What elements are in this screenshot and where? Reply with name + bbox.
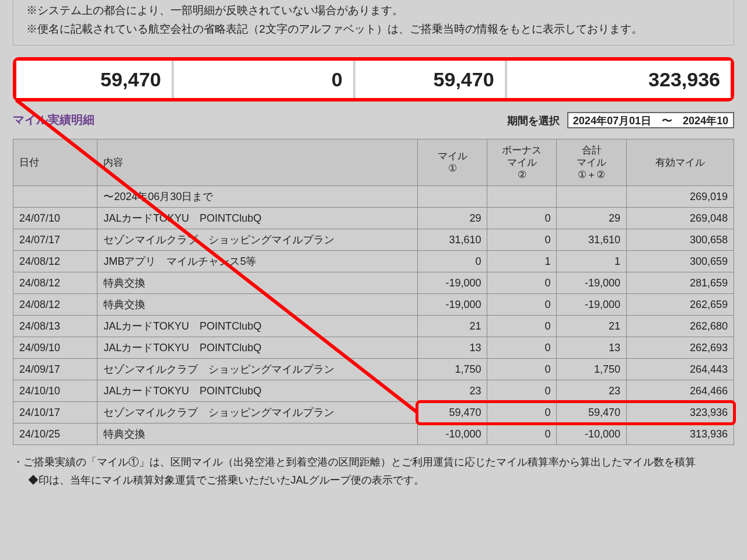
cell-valid: 269,048	[627, 208, 734, 229]
cell-m2: 0	[487, 337, 557, 359]
cell-valid: 264,443	[627, 359, 734, 380]
cell-date: 24/10/10	[13, 380, 97, 402]
cell-sum: 13	[557, 337, 627, 359]
cell-date: 24/10/25	[13, 424, 97, 445]
cell-m1: -10,000	[417, 424, 487, 445]
cell-desc: セゾンマイルクラブ ショッピングマイルプラン	[97, 359, 418, 380]
period-selector-wrap: 期間を選択 2024年07月01日 〜 2024年10	[507, 112, 734, 128]
cell-m2: 0	[487, 380, 557, 402]
cell-sum: 59,470	[557, 402, 627, 424]
table-row: 〜2024年06月30日まで269,019	[13, 186, 734, 208]
cell-sum: 29	[557, 208, 627, 229]
cell-date: 24/09/10	[13, 337, 97, 359]
cell-m2: 1	[487, 251, 557, 272]
cell-m1: 21	[417, 316, 487, 337]
cell-m2: 0	[487, 402, 557, 424]
table-row: 24/07/17セゾンマイルクラブ ショッピングマイルプラン31,610031,…	[13, 229, 734, 251]
th-sum: 合計 マイル ①＋②	[557, 139, 627, 186]
th-miles1: マイル ①	[417, 139, 487, 186]
cell-valid: 300,659	[627, 251, 734, 272]
th-valid: 有効マイル	[627, 139, 734, 186]
summary-miles1: 59,470	[16, 61, 174, 98]
cell-valid: 264,466	[627, 380, 734, 402]
cell-m1: 23	[417, 380, 487, 402]
note-line-1: ※システム上の都合により、一部明細が反映されていない場合があります。	[26, 1, 734, 20]
cell-m2: 0	[487, 294, 557, 316]
cell-sum	[557, 186, 627, 208]
summary-bonus: 0	[174, 61, 355, 98]
cell-valid: 269,019	[627, 186, 734, 208]
cell-sum: 21	[557, 316, 627, 337]
cell-date: 24/09/17	[13, 359, 97, 380]
cell-m1: 1,750	[417, 359, 487, 380]
cell-date: 24/08/12	[13, 251, 97, 272]
table-row: 24/07/10JALカードTOKYU POINTClubQ29029269,0…	[13, 208, 734, 229]
table-row: 24/08/12JMBアプリ マイルチャンス5等011300,659	[13, 251, 734, 272]
cell-m2: 0	[487, 316, 557, 337]
cell-m2: 0	[487, 424, 557, 445]
table-row: 24/08/12特典交換-19,0000-19,000262,659	[13, 294, 734, 316]
cell-m2: 0	[487, 208, 557, 229]
cell-valid: 262,680	[627, 316, 734, 337]
cell-desc: 特典交換	[97, 294, 418, 316]
cell-sum: 1,750	[557, 359, 627, 380]
cell-desc: 〜2024年06月30日まで	[97, 186, 418, 208]
summary-valid: 323,936	[507, 61, 731, 98]
cell-date	[13, 186, 97, 208]
summary-sum: 59,470	[355, 61, 507, 98]
cell-desc: 特典交換	[97, 424, 418, 445]
cell-m2	[487, 186, 557, 208]
th-desc: 内容	[97, 139, 418, 186]
cell-m1	[417, 186, 487, 208]
cell-m1: 13	[417, 337, 487, 359]
header-notes: ※システム上の都合により、一部明細が反映されていない場合があります。 ※便名に記…	[13, 0, 734, 46]
cell-m1: 59,470	[417, 402, 487, 424]
cell-date: 24/08/12	[13, 294, 97, 316]
table-row: 24/10/10JALカードTOKYU POINTClubQ23023264,4…	[13, 380, 734, 402]
footnote-line-1: ご搭乗実績の「マイル①」は、区間マイル（出発空港と到着空港の区間距離）とご利用運…	[13, 453, 734, 471]
section-title: マイル実績明細	[13, 112, 95, 128]
cell-m1: -19,000	[417, 272, 487, 294]
table-row: 24/09/10JALカードTOKYU POINTClubQ13013262,6…	[13, 337, 734, 359]
cell-desc: JALカードTOKYU POINTClubQ	[97, 316, 418, 337]
cell-m2: 0	[487, 359, 557, 380]
summary-highlight-box: 59,470 0 59,470 323,936	[13, 57, 734, 102]
mileage-detail-table: 日付 内容 マイル ① ボーナス マイル ② 合計 マイル ①＋② 有効マイル …	[13, 139, 734, 446]
cell-sum: 23	[557, 380, 627, 402]
table-row: 24/10/17セゾンマイルクラブ ショッピングマイルプラン59,470059,…	[13, 402, 734, 424]
footnote-line-2: ◆印は、当年にマイル積算対象運賃でご搭乗いただいたJALグループ便の表示です。	[13, 471, 734, 489]
cell-valid: 313,936	[627, 424, 734, 445]
cell-sum: 1	[557, 251, 627, 272]
cell-desc: JMBアプリ マイルチャンス5等	[97, 251, 418, 272]
cell-date: 24/10/17	[13, 402, 97, 424]
cell-m1: 29	[417, 208, 487, 229]
cell-date: 24/07/17	[13, 229, 97, 251]
cell-m2: 0	[487, 229, 557, 251]
cell-valid: 323,936	[627, 402, 734, 424]
th-date: 日付	[13, 139, 97, 186]
cell-desc: セゾンマイルクラブ ショッピングマイルプラン	[97, 229, 418, 251]
cell-desc: JALカードTOKYU POINTClubQ	[97, 337, 418, 359]
cell-sum: -10,000	[557, 424, 627, 445]
cell-sum: -19,000	[557, 272, 627, 294]
footnotes: ご搭乗実績の「マイル①」は、区間マイル（出発空港と到着空港の区間距離）とご利用運…	[13, 453, 734, 489]
cell-m1: 31,610	[417, 229, 487, 251]
cell-m2: 0	[487, 272, 557, 294]
table-row: 24/08/12特典交換-19,0000-19,000281,659	[13, 272, 734, 294]
cell-desc: JALカードTOKYU POINTClubQ	[97, 380, 418, 402]
table-row: 24/10/25特典交換-10,0000-10,000313,936	[13, 424, 734, 445]
cell-valid: 281,659	[627, 272, 734, 294]
cell-sum: -19,000	[557, 294, 627, 316]
cell-valid: 300,658	[627, 229, 734, 251]
cell-valid: 262,659	[627, 294, 734, 316]
cell-date: 24/08/12	[13, 272, 97, 294]
period-select[interactable]: 2024年07月01日 〜 2024年10	[567, 112, 734, 128]
cell-date: 24/07/10	[13, 208, 97, 229]
table-row: 24/09/17セゾンマイルクラブ ショッピングマイルプラン1,75001,75…	[13, 359, 734, 380]
cell-date: 24/08/13	[13, 316, 97, 337]
table-row: 24/08/13JALカードTOKYU POINTClubQ21021262,6…	[13, 316, 734, 337]
note-line-2: ※便名に記載されている航空会社の省略表記（2文字のアルファベット）は、ご搭乗当時…	[26, 20, 734, 38]
cell-valid: 262,693	[627, 337, 734, 359]
th-bonus: ボーナス マイル ②	[487, 139, 557, 186]
cell-sum: 31,610	[557, 229, 627, 251]
